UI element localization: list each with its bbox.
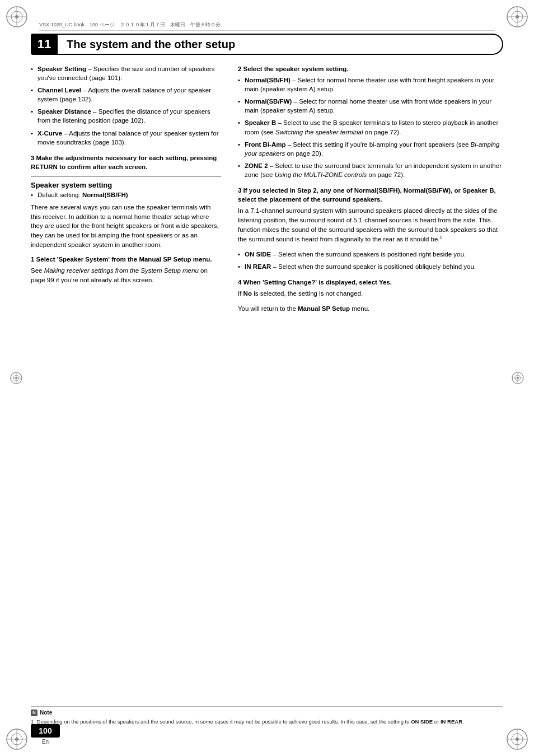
chapter-number: 11	[31, 34, 58, 55]
bullet-term-speaker-distance: Speaker Distance	[38, 108, 91, 115]
no-bold: No	[243, 290, 252, 297]
reg-mark-right	[512, 372, 524, 384]
right-column: 2 Select the speaker system setting. Nor…	[238, 64, 503, 689]
italic-multi-zone: Using the MULTI-ZONE controls	[275, 171, 367, 178]
manual-sp-setup-bold: Manual SP Setup	[298, 305, 350, 312]
bullet-zone2: ZONE 2 – Select to use the surround back…	[238, 161, 503, 179]
bullet-normal-sb-fw: Normal(SB/FW) – Select for normal home t…	[238, 97, 503, 115]
step3-right-heading-text: 3 If you selected in Step 2, any one of …	[238, 187, 496, 203]
note-label: Note	[40, 709, 52, 717]
subsection-title: Speaker system setting	[31, 181, 221, 189]
bullet-term-channel-level: Channel Level	[38, 87, 81, 94]
footnote-sup-1: 1	[440, 235, 442, 240]
corner-decoration-tl	[6, 6, 28, 28]
italic-switching: Switching the speaker terminal	[275, 129, 363, 136]
bullet-speaker-setting: Speaker Setting – Specifies the size and…	[31, 64, 221, 82]
intro-bullet-list: Speaker Setting – Specifies the size and…	[31, 64, 221, 147]
step1-body: See Making receiver settings from the Sy…	[31, 266, 221, 284]
step4-body2: You will return to the Manual SP Setup m…	[238, 304, 503, 314]
bullet-front-bi-amp: Front Bi-Amp – Select this setting if yo…	[238, 140, 503, 158]
page-number: 100	[31, 724, 60, 738]
top-meta-bar: VSX-1020_UC.book 100 ページ ２０１０年１月７日 木曜日 午…	[39, 21, 495, 31]
footer-note: N Note 1 Depending on the positions of t…	[31, 706, 503, 725]
left-column: Speaker Setting – Specifies the size and…	[31, 64, 221, 689]
language-label: En	[42, 739, 49, 745]
bullet-on-side: ON SIDE – Select when the surround speak…	[238, 250, 503, 259]
step1-heading: 1 Select 'Speaker System' from the Manua…	[31, 255, 221, 264]
bullet-desc-x-curve: – Adjusts the tonal balance of your spea…	[38, 130, 218, 146]
term-zone2: ZONE 2	[245, 162, 268, 169]
bullet-term-speaker-setting: Speaker Setting	[38, 66, 86, 72]
step3-bullet-list: ON SIDE – Select when the surround speak…	[238, 250, 503, 271]
chapter-header: 11 The system and the other setup	[31, 34, 503, 55]
corner-decoration-tr	[506, 6, 528, 28]
default-setting-list: Default setting: Normal(SB/FH)	[31, 190, 221, 199]
note-on-side: ON SIDE	[411, 718, 433, 725]
bullet-in-rear: IN REAR – Select when the surround speak…	[238, 262, 503, 271]
bullet-speaker-b: Speaker B – Select to use the B speaker …	[238, 118, 503, 136]
term-on-side: ON SIDE	[245, 251, 271, 258]
note-text: 1 Depending on the positions of the spea…	[31, 718, 503, 725]
step3-left-heading: 3 Make the adjustments necessary for eac…	[31, 153, 221, 171]
term-in-rear: IN REAR	[245, 263, 271, 270]
bullet-term-x-curve: X-Curve	[38, 130, 62, 137]
bullet-speaker-distance: Speaker Distance – Specifies the distanc…	[31, 107, 221, 125]
corner-decoration-br	[506, 728, 528, 750]
step3-right-heading: 3 If you selected in Step 2, any one of …	[238, 186, 503, 204]
term-normal-sb-fh: Normal(SB/FH)	[245, 77, 291, 83]
note-header: N Note	[31, 709, 503, 717]
bullet-normal-sb-fh: Normal(SB/FH) – Select for normal home t…	[238, 76, 503, 94]
bullet-x-curve: X-Curve – Adjusts the tonal balance of y…	[31, 129, 221, 147]
step2-bullet-list: Normal(SB/FH) – Select for normal home t…	[238, 76, 503, 179]
desc-speaker-b: – Select to use the B speaker terminals …	[245, 119, 498, 135]
term-front-bi-amp: Front Bi-Amp	[245, 141, 285, 148]
divider-1	[31, 176, 221, 176]
file-info: VSX-1020_UC.book 100 ページ ２０１０年１月７日 木曜日 午…	[39, 21, 221, 29]
main-content: Speaker Setting – Specifies the size and…	[31, 64, 503, 689]
subsection-body: There are several ways you can use the s…	[31, 203, 221, 249]
chapter-title: The system and the other setup	[67, 38, 235, 51]
bullet-channel-level: Channel Level – Adjusts the overall bala…	[31, 86, 221, 104]
default-setting-value: Normal(SB/FH)	[82, 192, 128, 198]
step1-body-italic: Making receiver settings from the System…	[44, 267, 199, 274]
desc-zone2: – Select to use the surround back termin…	[245, 162, 502, 178]
chapter-title-box: The system and the other setup	[58, 34, 503, 55]
note-in-rear: IN REAR	[441, 718, 462, 725]
step4-body1: If No is selected, the setting is not ch…	[238, 289, 503, 298]
desc-on-side: – Select when the surround speakers is p…	[273, 251, 466, 258]
reg-mark-left	[10, 372, 22, 384]
term-normal-sb-fw: Normal(SB/FW)	[245, 98, 292, 105]
term-speaker-b: Speaker B	[245, 119, 276, 126]
step2-heading: 2 Select the speaker system setting.	[238, 64, 503, 73]
step4-heading: 4 When 'Setting Change?' is displayed, s…	[238, 278, 503, 287]
default-setting-item: Default setting: Normal(SB/FH)	[31, 190, 221, 199]
page-number-area: 100 En	[31, 724, 60, 745]
note-icon: N	[31, 710, 38, 716]
desc-in-rear: – Select when the surround speaker is po…	[273, 263, 476, 270]
corner-decoration-bl	[6, 728, 28, 750]
step3-body: In a 7.1-channel surround system with su…	[238, 206, 503, 244]
